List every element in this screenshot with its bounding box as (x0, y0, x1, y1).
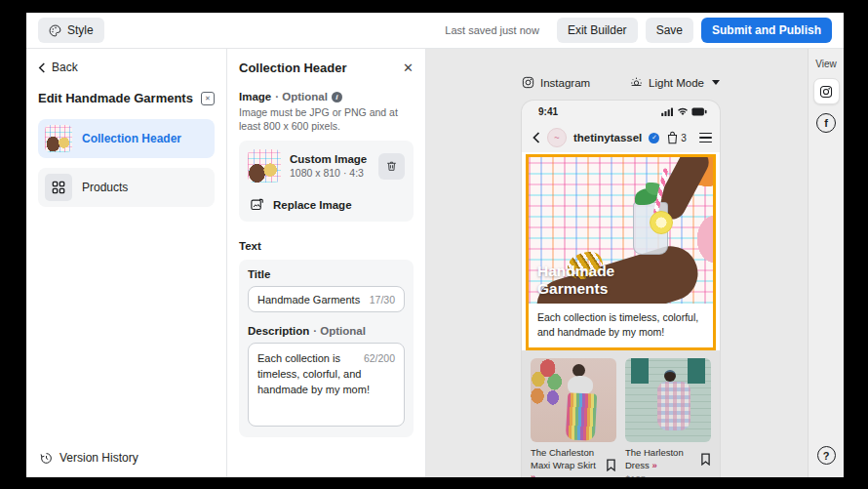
title-field-label: Title (248, 268, 270, 280)
delete-image-button[interactable] (378, 153, 405, 180)
instagram-view-button[interactable] (813, 78, 840, 104)
facebook-view-button[interactable]: f (816, 113, 836, 133)
editor-panel-title: Collection Header (239, 61, 347, 75)
custom-image-thumbnail (248, 149, 281, 183)
description-value: Each collection is timeless, colorful, a… (257, 351, 373, 398)
sidebar-item-label: Collection Header (82, 132, 181, 145)
shop-name: thetinytassel (573, 132, 642, 143)
description-char-counter: 62/200 (364, 351, 395, 366)
verified-badge-icon: ✓ (649, 133, 659, 143)
instagram-icon (522, 76, 534, 89)
version-history-label: Version History (59, 451, 138, 465)
preview-channel-label: Instagram (540, 77, 590, 89)
instagram-icon (819, 85, 833, 99)
style-button-label: Style (67, 23, 94, 37)
help-button[interactable]: ? (817, 446, 836, 465)
light-mode-dropdown[interactable]: Light Mode (630, 76, 720, 89)
image-optional-label: · Optional (275, 91, 328, 102)
view-label: View (815, 59, 837, 69)
left-sidebar: Back Edit Handmade Garments Collection H… (26, 49, 227, 477)
trash-icon (385, 159, 398, 173)
back-label: Back (52, 61, 78, 74)
product-image (531, 358, 616, 442)
product-price: $128 (625, 473, 711, 477)
shop-avatar (547, 128, 567, 147)
light-mode-label: Light Mode (649, 77, 704, 89)
info-icon[interactable]: i (332, 92, 342, 102)
title-input[interactable]: Handmade Garments 17/30 (248, 286, 405, 312)
menu-icon (699, 133, 712, 143)
preview-area: Instagram Light Mode 9:41 (426, 49, 808, 477)
custom-image-title: Custom Image (290, 153, 367, 165)
collection-title-overlay: Handmade Garments (537, 263, 654, 297)
history-icon (40, 452, 53, 465)
page-title: Edit Handmade Garments (38, 91, 193, 105)
replace-image-label: Replace Image (273, 199, 352, 211)
shopping-bag: 3 (666, 131, 687, 144)
replace-image-icon (250, 197, 264, 212)
brand-tag-icon: » (531, 471, 535, 477)
collection-cover-icon[interactable] (201, 92, 215, 105)
image-card: Custom Image 1080 x 810 · 4:3 Replace Im… (239, 141, 414, 222)
text-card: Title Handmade Garments 17/30 Descriptio… (239, 260, 414, 437)
collection-description-preview: Each collection is timeless, colorful, a… (529, 304, 713, 347)
phone-back-chevron-icon (533, 132, 540, 143)
phone-preview: 9:41 (522, 101, 720, 477)
title-value: Handmade Garments (257, 294, 360, 306)
bag-icon (666, 131, 679, 144)
signal-icon (661, 107, 674, 116)
phone-top: 9:41 (522, 101, 720, 152)
bookmark-icon (606, 447, 616, 477)
builder-window: Style Last saved just now Exit Builder S… (26, 13, 844, 477)
product-card[interactable]: The Charleston Maxi Wrap Skirt » $128 (531, 358, 616, 477)
sun-icon (630, 76, 643, 89)
preview-channel: Instagram (522, 76, 590, 89)
submit-and-publish-button[interactable]: Submit and Publish (701, 18, 832, 43)
save-button[interactable]: Save (646, 18, 693, 43)
hero-photo-glass (633, 202, 668, 255)
collection-header-image: Handmade Garments (529, 157, 713, 304)
palette-icon (49, 24, 61, 37)
status-time: 9:41 (538, 106, 558, 117)
image-helper-text: Image must be JPG or PNG and at least 80… (239, 105, 414, 133)
close-icon[interactable]: ✕ (403, 61, 414, 74)
description-field-label: Description (248, 325, 309, 337)
products-preview-section[interactable]: The Charleston Maxi Wrap Skirt » $128 (522, 350, 720, 477)
version-history-button[interactable]: Version History (40, 451, 138, 465)
description-optional-label: · Optional (313, 325, 366, 337)
collection-header-thumbnail (45, 125, 72, 152)
replace-image-button[interactable]: Replace Image (248, 195, 405, 213)
sidebar-item-collection-header[interactable]: Collection Header (38, 119, 215, 158)
image-section-label: Image (239, 91, 271, 102)
bookmark-icon (700, 447, 711, 471)
wifi-icon (677, 107, 689, 116)
top-bar: Style Last saved just now Exit Builder S… (26, 13, 844, 49)
bag-count: 3 (681, 133, 687, 143)
battery-icon (691, 107, 707, 116)
sidebar-item-label: Products (82, 181, 128, 194)
product-card[interactable]: The Harleston Dress » $128 (625, 358, 711, 477)
caret-down-icon (712, 80, 720, 85)
last-saved-status: Last saved just now (445, 24, 539, 36)
back-link[interactable]: Back (38, 61, 215, 74)
chevron-left-icon (38, 62, 46, 73)
product-image (625, 358, 711, 442)
text-section-heading: Text (239, 240, 414, 252)
collection-header-editor-panel: Collection Header ✕ Image · Optional i I… (227, 49, 426, 477)
custom-image-meta: 1080 x 810 · 4:3 (290, 167, 367, 179)
sidebar-item-products[interactable]: Products (38, 168, 215, 207)
exit-builder-button[interactable]: Exit Builder (557, 18, 638, 43)
collection-header-preview-block[interactable]: Handmade Garments Each collection is tim… (526, 154, 716, 350)
grid-icon (45, 174, 72, 201)
style-button[interactable]: Style (38, 18, 104, 43)
channel-rail: View f ? (808, 49, 844, 477)
brand-tag-icon: » (651, 460, 656, 470)
title-char-counter: 17/30 (370, 294, 395, 306)
description-textarea[interactable]: Each collection is timeless, colorful, a… (248, 343, 405, 427)
product-name: The Charleston Maxi Wrap Skirt (531, 447, 596, 469)
